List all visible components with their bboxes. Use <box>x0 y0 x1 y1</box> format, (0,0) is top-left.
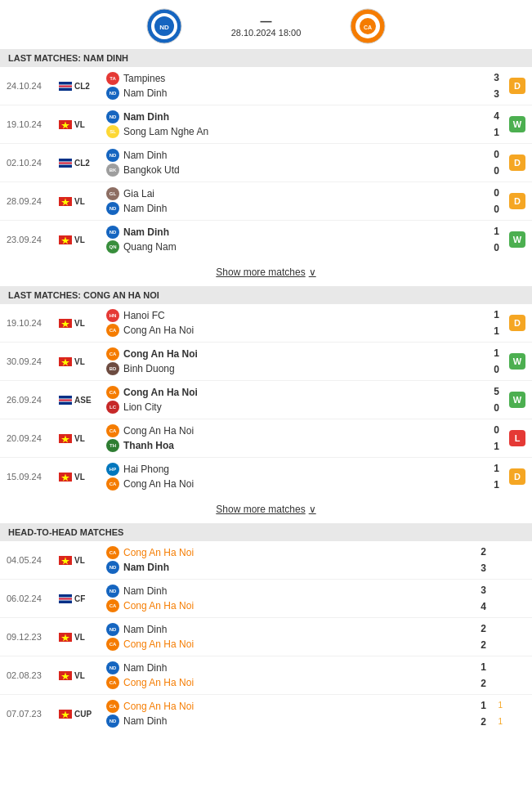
score-col: 00 <box>486 186 503 217</box>
team-name: Nam Dinh <box>123 226 169 238</box>
team-line: THThanh Hoa <box>106 439 480 452</box>
competition-col: VL <box>59 197 100 206</box>
team-name: Hanoi FC <box>123 310 165 321</box>
team-line: CACong An Ha Noi <box>106 676 467 689</box>
competition-label: VL <box>74 319 85 328</box>
match-date: 19.10.24 <box>7 318 59 328</box>
team-name: Quang Nam <box>123 241 177 253</box>
match-row[interactable]: 24.10.24CL2TATampinesNDNam Dinh33D <box>0 67 532 105</box>
team-line: NDNam Dinh <box>106 715 467 728</box>
team-line: CACong An Ha Noi <box>106 386 480 399</box>
teams-col: CACong An Ha NoiLCLion City <box>100 386 486 414</box>
match-row[interactable]: 30.09.24VLCACong An Ha NoiBDBinh Duong10… <box>0 343 532 381</box>
team-line: CACong An Ha Noi <box>106 599 467 612</box>
match-row[interactable]: 02.10.24CL2NDNam DinhBKBangkok Utd00D <box>0 144 532 182</box>
team-line: NDNam Dinh <box>106 87 480 100</box>
match-row[interactable]: 19.10.24VLHNHanoi FCCACong An Ha Noi11D <box>0 304 532 343</box>
match-info: — 28.10.2024 18:00 <box>231 15 302 38</box>
score-value: 4 <box>481 599 486 614</box>
result-badge: D <box>509 193 525 209</box>
match-row[interactable]: 28.09.24VLGLGia LaiNDNam Dinh00D <box>0 182 532 221</box>
score-value: 3 <box>481 583 486 598</box>
score-value: 0 <box>494 202 499 217</box>
result-badge: W <box>509 231 525 248</box>
team-line: BKBangkok Utd <box>106 164 480 177</box>
team-name: Nam Dinh <box>123 715 167 727</box>
score-value: 1 <box>494 477 499 492</box>
team-line: BDBinh Duong <box>106 362 480 375</box>
score-value: 0 <box>494 147 499 162</box>
competition-col: CL2 <box>59 159 100 168</box>
team-name: Nam Dinh <box>123 150 167 161</box>
teams-col: HPHai PhongCACong An Ha Noi <box>100 463 486 491</box>
score-value: 3 <box>481 561 486 576</box>
team-line: LCLion City <box>106 401 480 414</box>
team-line: HNHanoi FC <box>106 309 480 322</box>
score-value: 1 <box>494 224 499 239</box>
match-row[interactable]: 02.08.23VLNDNam DinhCACong An Ha Noi12 <box>0 656 532 695</box>
match-date: 07.07.23 <box>7 709 59 719</box>
teams-col: NDNam DinhBKBangkok Utd <box>100 149 486 177</box>
score-value: 0 <box>494 240 499 255</box>
team-name: Cong An Ha Noi <box>123 348 198 360</box>
teams-col: NDNam DinhCACong An Ha Noi <box>100 585 473 612</box>
score-value: 0 <box>494 186 499 200</box>
score-value: 0 <box>494 362 499 377</box>
match-row[interactable]: 19.10.24VLNDNam DinhSLSong Lam Nghe An41… <box>0 105 532 144</box>
score-value: 0 <box>494 401 499 415</box>
team-name: Cong An Ha Noi <box>123 478 194 490</box>
score-col: 34 <box>473 583 490 614</box>
match-date: 09.12.23 <box>7 632 59 642</box>
score-value: 3 <box>494 87 499 101</box>
competition-col: VL <box>59 319 100 328</box>
competition-label: ASE <box>74 396 92 405</box>
result-badge: W <box>509 353 525 370</box>
match-row[interactable]: 23.09.24VLNDNam DinhQNQuang Nam10W <box>0 221 532 258</box>
result-badge: D <box>509 315 525 331</box>
score-value: 1 <box>481 698 486 713</box>
match-row[interactable]: 07.07.23CUPCACong An Ha NoiNDNam Dinh121… <box>0 695 532 733</box>
extra-score: 1 <box>498 715 503 729</box>
match-date: 23.09.24 <box>7 235 59 244</box>
svg-text:CA: CA <box>364 25 372 30</box>
team2-logo: CA <box>350 8 386 44</box>
team-name: Binh Duong <box>123 363 175 374</box>
match-row[interactable]: 20.09.24VLCACong An Ha NoiTHThanh Hoa01L <box>0 419 532 458</box>
show-more-cong-an[interactable]: Show more matches ∨ <box>0 495 532 523</box>
team1-logo: ND <box>146 8 182 44</box>
match-row[interactable]: 26.09.24ASECACong An Ha NoiLCLion City50… <box>0 381 532 419</box>
score-col: 22 <box>473 621 490 652</box>
team-line: NDNam Dinh <box>106 561 467 574</box>
match-date: 06.02.24 <box>7 594 59 603</box>
team-name: Gia Lai <box>123 188 154 199</box>
teams-col: TATampinesNDNam Dinh <box>100 72 486 100</box>
match-row[interactable]: 09.12.23VLNDNam DinhCACong An Ha Noi22 <box>0 618 532 656</box>
team-name: Cong An Ha Noi <box>123 701 194 712</box>
team-line: CACong An Ha Noi <box>106 638 467 651</box>
result-badge: D <box>509 468 525 485</box>
score-value: 2 <box>481 544 486 559</box>
team-line: GLGia Lai <box>106 187 480 200</box>
match-row[interactable]: 15.09.24VLHPHai PhongCACong An Ha Noi11D <box>0 458 532 495</box>
score-value: 5 <box>494 384 499 399</box>
score-value: 1 <box>494 125 499 140</box>
score-col: 11 <box>486 461 503 492</box>
score-col: 00 <box>486 147 503 178</box>
show-more-nam-dinh[interactable]: Show more matches ∨ <box>0 258 532 286</box>
section-h2h-header: HEAD-TO-HEAD MATCHES <box>0 523 532 541</box>
match-row[interactable]: 04.05.24VLCACong An Ha NoiNDNam Dinh23 <box>0 541 532 580</box>
teams-col: HNHanoi FCCACong An Ha Noi <box>100 309 486 337</box>
score-value: 3 <box>494 70 499 85</box>
competition-col: VL <box>59 434 100 443</box>
team-line: QNQuang Nam <box>106 240 480 253</box>
competition-label: VL <box>74 556 85 565</box>
svg-rect-15 <box>59 162 72 164</box>
team-line: CACong An Ha Noi <box>106 424 480 437</box>
competition-col: VL <box>59 473 100 482</box>
score-value: 1 <box>494 324 499 338</box>
match-row[interactable]: 06.02.24CFNDNam DinhCACong An Ha Noi34 <box>0 580 532 618</box>
teams-col: CACong An Ha NoiNDNam Dinh <box>100 700 473 728</box>
competition-label: VL <box>74 235 85 244</box>
competition-col: VL <box>59 120 100 129</box>
svg-rect-35 <box>59 598 72 599</box>
